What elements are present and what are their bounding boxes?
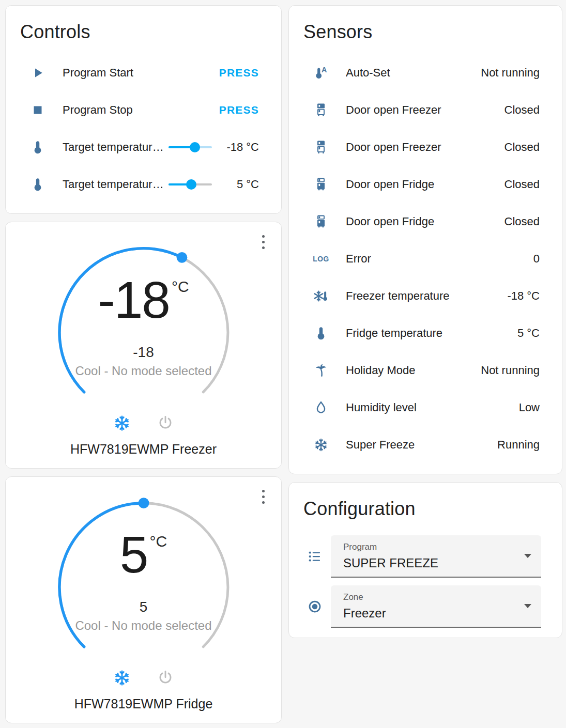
sensor-value: Running: [497, 438, 540, 452]
sensor-value: Closed: [504, 141, 540, 154]
controls-card: Controls Program Start PRESS Program Sto…: [5, 5, 282, 214]
config-row-program: Program SUPER FREEZE: [289, 535, 562, 578]
sensor-value: Closed: [504, 103, 540, 117]
control-label: Program Start: [63, 66, 219, 80]
sensor-value: 0: [533, 252, 540, 266]
sensor-row-humidity[interactable]: Humidity level Low: [289, 389, 562, 426]
dial-progress[interactable]: [59, 503, 143, 647]
snowflake-icon[interactable]: [112, 413, 132, 433]
press-button-program-start[interactable]: PRESS: [219, 67, 259, 79]
sensor-value: Not running: [481, 364, 540, 377]
snowflake-icon[interactable]: [112, 668, 132, 688]
thermostat-dial[interactable]: -18 °C -18 Cool - No mode selected: [52, 235, 236, 399]
left-column: Controls Program Start PRESS Program Sto…: [5, 5, 282, 723]
dial-progress[interactable]: [59, 249, 181, 392]
dial-knob[interactable]: [176, 252, 187, 263]
sensor-row-door-freezer-1[interactable]: Door open Freezer Closed: [289, 91, 562, 129]
sensor-row-fridge-temperature[interactable]: Fridge temperature 5 °C: [289, 315, 562, 352]
thermometer-icon: [30, 177, 45, 192]
press-button-program-stop[interactable]: PRESS: [219, 104, 259, 116]
sensor-row-auto-set[interactable]: A Auto-Set Not running: [289, 54, 562, 91]
thermostat-dial[interactable]: 5 °C 5 Cool - No mode selected: [52, 489, 236, 654]
sensor-label: Error: [346, 252, 533, 266]
sensor-label: Fridge temperature: [346, 327, 517, 340]
sensor-value: -18 °C: [507, 289, 540, 303]
sensor-value: Closed: [504, 215, 540, 228]
control-label: Program Stop: [63, 103, 219, 117]
thermostat-card-fridge: 5 °C 5 Cool - No mode selected HFW7819EW…: [5, 476, 282, 723]
thermometer-icon: [30, 140, 45, 155]
target-temp-freezer-slider[interactable]: [169, 142, 212, 152]
sensor-row-super-freeze[interactable]: Super Freeze Running: [289, 426, 562, 463]
sensor-row-door-freezer-2[interactable]: Door open Freezer Closed: [289, 129, 562, 166]
configuration-rows: Program SUPER FREEZE Zone Freezer: [289, 535, 562, 628]
more-options-icon[interactable]: [255, 487, 271, 506]
sensor-label: Super Freeze: [346, 438, 497, 452]
program-select[interactable]: Program SUPER FREEZE: [331, 535, 541, 578]
hvac-mode-buttons: [6, 668, 281, 688]
dial-track[interactable]: [59, 503, 228, 647]
control-value: 5 °C: [219, 178, 259, 191]
sensor-label: Door open Freezer: [346, 103, 504, 117]
radiobox-icon: [307, 599, 323, 614]
configuration-title: Configuration: [289, 483, 562, 520]
thermostat-card-freezer: -18 °C -18 Cool - No mode selected HFW78…: [5, 222, 282, 469]
sensor-row-holiday-mode[interactable]: Holiday Mode Not running: [289, 352, 562, 389]
control-row-program-stop: Program Stop PRESS: [6, 91, 281, 129]
hvac-mode-buttons: [6, 413, 281, 433]
thermometer-auto-icon: A: [313, 65, 329, 81]
sensor-value: Low: [519, 401, 540, 414]
target-temp-fridge-slider[interactable]: [169, 179, 212, 190]
entity-name: HFW7819EWMP Fridge: [6, 696, 281, 711]
sensors-rows: A Auto-Set Not running Door open Freezer…: [289, 54, 562, 463]
control-row-program-start: Program Start PRESS: [6, 54, 281, 91]
fridge-bottom-icon: [313, 214, 329, 229]
more-options-icon[interactable]: [255, 233, 271, 251]
slider-knob[interactable]: [190, 142, 200, 152]
controls-rows: Program Start PRESS Program Stop PRESS T…: [6, 54, 281, 203]
sensor-label: Holiday Mode: [346, 364, 481, 377]
configuration-card: Configuration Program SUPER FREEZE: [288, 482, 562, 638]
play-icon: [30, 65, 45, 81]
dial-arc[interactable]: [52, 235, 236, 399]
snowflake-thermometer-icon: [313, 288, 329, 304]
power-icon[interactable]: [156, 413, 175, 433]
zone-select[interactable]: Zone Freezer: [331, 585, 541, 628]
select-label: Program: [343, 542, 514, 552]
config-row-zone: Zone Freezer: [289, 585, 562, 628]
select-value: SUPER FREEZE: [343, 556, 514, 570]
dashboard: Controls Program Start PRESS Program Sto…: [0, 0, 566, 728]
sensor-value: Not running: [481, 66, 540, 80]
list-icon: [307, 549, 323, 564]
water-drop-icon: [313, 400, 329, 415]
controls-title: Controls: [6, 6, 281, 43]
control-row-target-temp-freezer: Target temperatur… -18 °C: [6, 129, 281, 166]
chevron-down-icon: [524, 554, 531, 558]
dial-track[interactable]: [59, 249, 228, 392]
sensor-label: Door open Fridge: [346, 215, 504, 228]
fridge-bottom-icon: [313, 177, 329, 192]
sensor-value: Closed: [504, 178, 540, 191]
sensors-title: Sensors: [289, 6, 562, 43]
dial-arc[interactable]: [52, 489, 236, 654]
sensor-row-door-fridge-2[interactable]: Door open Fridge Closed: [289, 203, 562, 240]
thermometer-icon: [313, 326, 329, 341]
select-value: Freezer: [343, 606, 514, 621]
sensor-label: Humidity level: [346, 401, 519, 414]
sensor-row-freezer-temperature[interactable]: Freezer temperature -18 °C: [289, 277, 562, 315]
chevron-down-icon: [524, 604, 531, 608]
svg-text:LOG: LOG: [313, 255, 329, 263]
sensor-row-door-fridge-1[interactable]: Door open Fridge Closed: [289, 166, 562, 203]
sensor-label: Freezer temperature: [346, 289, 507, 303]
slider-knob[interactable]: [186, 179, 196, 190]
sensor-value: 5 °C: [517, 327, 540, 340]
sensors-card: Sensors A Auto-Set Not running Door open…: [288, 5, 562, 474]
control-label: Target temperatur…: [63, 141, 169, 154]
log-icon: LOG: [313, 251, 329, 267]
sensor-label: Door open Fridge: [346, 178, 504, 191]
sensor-row-error[interactable]: LOG Error 0: [289, 240, 562, 277]
sensor-label: Auto-Set: [346, 66, 481, 80]
svg-text:A: A: [322, 66, 327, 74]
power-icon[interactable]: [156, 668, 175, 688]
dial-knob[interactable]: [138, 498, 149, 508]
